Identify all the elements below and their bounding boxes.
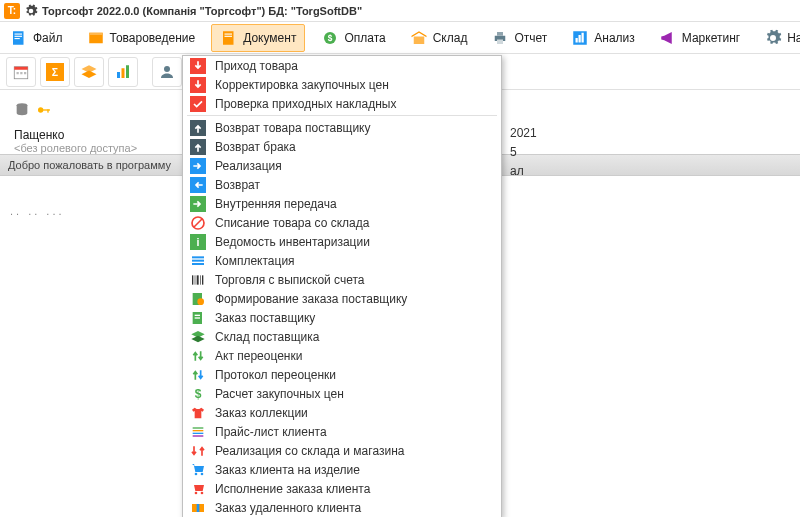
window-title: Торгсофт 2022.0.0 (Компанія "Торгсофт") … bbox=[42, 5, 362, 17]
document-dropdown: Приход товара Корректировка закупочных ц… bbox=[182, 55, 502, 517]
arrow-down-icon bbox=[189, 58, 207, 74]
svg-rect-8 bbox=[225, 35, 233, 36]
drop-form-supplier-order[interactable]: Формирование заказа поставщику bbox=[183, 289, 501, 308]
drop-label: Формирование заказа поставщику bbox=[215, 292, 407, 306]
drop-client-product-order[interactable]: Заказ клиента на изделие bbox=[183, 460, 501, 479]
toolbar-sum-button[interactable]: Σ bbox=[40, 57, 70, 87]
svg-rect-70 bbox=[193, 432, 204, 433]
menu-analysis[interactable]: Анализ bbox=[563, 24, 643, 52]
menu-payment[interactable]: $ Оплата bbox=[313, 24, 393, 52]
title-bar: T: Торгсофт 2022.0.0 (Компанія "Торгсофт… bbox=[0, 0, 800, 22]
megaphone-icon bbox=[659, 29, 677, 47]
drop-label: Списание товара со склада bbox=[215, 216, 369, 230]
document-icon bbox=[220, 29, 238, 47]
drop-label: Заказ поставщику bbox=[215, 311, 315, 325]
warehouse-icon bbox=[410, 29, 428, 47]
user-panel: Пащенко <без ролевого доступа> bbox=[0, 90, 182, 154]
drop-trade-invoice[interactable]: Торговля с выпиской счета bbox=[183, 270, 501, 289]
svg-rect-64 bbox=[195, 317, 200, 318]
menu-label: Отчет bbox=[514, 31, 547, 45]
menu-document[interactable]: Документ bbox=[211, 24, 305, 52]
updown-icon bbox=[189, 367, 207, 383]
drop-revaluation-protocol[interactable]: Протокол переоценки bbox=[183, 365, 501, 384]
prohibit-icon bbox=[189, 215, 207, 231]
svg-rect-55 bbox=[192, 275, 193, 284]
menu-label: Анализ bbox=[594, 31, 635, 45]
drop-supplier-order[interactable]: Заказ поставщику bbox=[183, 308, 501, 327]
drop-label: Прайс-лист клиента bbox=[215, 425, 327, 439]
menu-goods[interactable]: Товароведение bbox=[79, 24, 204, 52]
toolbar-layers-button[interactable] bbox=[74, 57, 104, 87]
svg-rect-17 bbox=[576, 38, 578, 43]
drop-internal-transfer[interactable]: Внутренняя передача bbox=[183, 194, 501, 213]
key-icon bbox=[36, 102, 52, 118]
toolbar-calendar-button[interactable] bbox=[6, 57, 36, 87]
drop-label: Протокол переоценки bbox=[215, 368, 336, 382]
svg-line-49 bbox=[194, 219, 202, 227]
svg-marker-66 bbox=[191, 335, 204, 342]
drop-check-invoices[interactable]: Проверка приходных накладных bbox=[183, 94, 501, 113]
drop-writeoff[interactable]: Списание товара со склада bbox=[183, 213, 501, 232]
drop-fulfil-client-order[interactable]: Исполнение заказа клиента bbox=[183, 479, 501, 498]
svg-rect-69 bbox=[193, 430, 204, 431]
info-line: ал bbox=[510, 162, 537, 181]
goods-icon bbox=[87, 29, 105, 47]
ellipsis-text: .. .. ... bbox=[10, 205, 65, 217]
svg-point-61 bbox=[197, 298, 204, 305]
drop-calc-purchase-prices[interactable]: $Расчет закупочных цен bbox=[183, 384, 501, 403]
svg-rect-14 bbox=[497, 32, 503, 36]
info-line: 5 bbox=[510, 143, 537, 162]
svg-rect-42 bbox=[190, 96, 206, 112]
drop-realization[interactable]: Реализация bbox=[183, 156, 501, 175]
svg-text:$: $ bbox=[328, 34, 333, 43]
list-icon bbox=[189, 253, 207, 269]
document-gear-icon bbox=[189, 291, 207, 307]
chart-icon bbox=[571, 29, 589, 47]
database-icon bbox=[14, 102, 30, 118]
drop-inventory[interactable]: iВедомость инвентаризации bbox=[183, 232, 501, 251]
drop-remote-client-order[interactable]: Заказ удаленного клиента bbox=[183, 498, 501, 517]
drop-label: Внутренняя передача bbox=[215, 197, 337, 211]
list-lines-icon bbox=[189, 424, 207, 440]
drop-revaluation-act[interactable]: Акт переоценки bbox=[183, 346, 501, 365]
welcome-text: Добро пожаловать в программу bbox=[8, 159, 171, 171]
drop-collection-order[interactable]: Заказ коллекции bbox=[183, 403, 501, 422]
svg-rect-12 bbox=[413, 36, 424, 44]
drop-supplier-warehouse[interactable]: Склад поставщика bbox=[183, 327, 501, 346]
menu-settings[interactable]: Настройки bbox=[756, 24, 800, 52]
svg-rect-30 bbox=[117, 72, 120, 78]
drop-income-goods[interactable]: Приход товара bbox=[183, 56, 501, 75]
drop-defect-return[interactable]: Возврат брака bbox=[183, 137, 501, 156]
menu-report[interactable]: Отчет bbox=[483, 24, 555, 52]
toolbar-chart-button[interactable] bbox=[108, 57, 138, 87]
svg-rect-58 bbox=[200, 275, 201, 284]
app-logo-icon: T: bbox=[4, 3, 20, 19]
drop-correct-prices[interactable]: Корректировка закупочных цен bbox=[183, 75, 501, 94]
arrow-right-icon bbox=[189, 196, 207, 212]
toolbar-user-button[interactable] bbox=[152, 57, 182, 87]
drop-supplier-return[interactable]: Возврат товара поставщику bbox=[183, 118, 501, 137]
drop-client-pricelist[interactable]: Прайс-лист клиента bbox=[183, 422, 501, 441]
svg-rect-52 bbox=[192, 256, 204, 258]
menu-marketing[interactable]: Маркетинг bbox=[651, 24, 748, 52]
svg-rect-32 bbox=[126, 65, 129, 78]
drop-kit[interactable]: Комплектация bbox=[183, 251, 501, 270]
menu-label: Оплата bbox=[344, 31, 385, 45]
svg-text:i: i bbox=[197, 236, 200, 248]
stack-icon bbox=[189, 329, 207, 345]
drop-return[interactable]: Возврат bbox=[183, 175, 501, 194]
drop-label: Комплектация bbox=[215, 254, 295, 268]
svg-rect-63 bbox=[195, 314, 200, 315]
menu-file[interactable]: Файл bbox=[2, 24, 71, 52]
menu-label: Файл bbox=[33, 31, 63, 45]
drop-label: Возврат bbox=[215, 178, 260, 192]
drop-realization-store[interactable]: Реализация со склада и магазина bbox=[183, 441, 501, 460]
drop-label: Акт переоценки bbox=[215, 349, 302, 363]
svg-rect-7 bbox=[225, 33, 233, 34]
svg-rect-6 bbox=[223, 31, 234, 45]
menu-warehouse[interactable]: Склад bbox=[402, 24, 476, 52]
svg-rect-5 bbox=[89, 32, 103, 34]
drop-label: Исполнение заказа клиента bbox=[215, 482, 370, 496]
svg-rect-1 bbox=[15, 33, 23, 34]
svg-rect-15 bbox=[497, 39, 503, 44]
